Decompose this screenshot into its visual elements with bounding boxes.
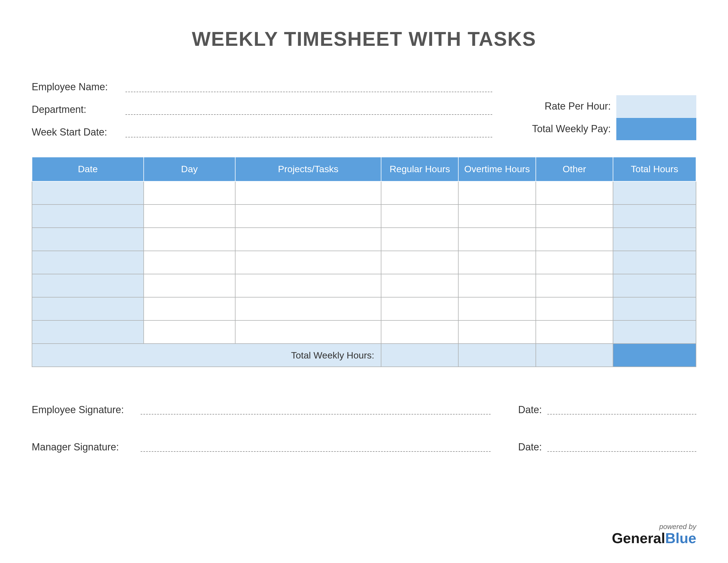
department-row: Department: — [32, 95, 492, 117]
cell-date[interactable] — [32, 204, 144, 228]
employee-signature-label: Employee Signature: — [32, 404, 141, 417]
header-other: Other — [536, 157, 613, 181]
employee-signature-date-line[interactable] — [547, 414, 696, 415]
cell-total[interactable] — [613, 181, 696, 204]
department-label: Department: — [32, 104, 125, 117]
totals-row: Total Weekly Hours: — [32, 344, 696, 367]
totals-regular — [381, 344, 458, 367]
cell-other[interactable] — [536, 321, 613, 344]
week-start-input-line[interactable] — [125, 137, 492, 137]
cell-projects[interactable] — [235, 321, 381, 344]
cell-total[interactable] — [613, 204, 696, 228]
cell-date[interactable] — [32, 251, 144, 274]
header-day: Day — [144, 157, 235, 181]
cell-date[interactable] — [32, 297, 144, 321]
rate-per-hour-input[interactable] — [616, 95, 696, 117]
cell-date[interactable] — [32, 274, 144, 297]
cell-day[interactable] — [144, 321, 235, 344]
info-section: Employee Name: Department: Week Start Da… — [32, 72, 696, 140]
cell-day[interactable] — [144, 274, 235, 297]
cell-projects[interactable] — [235, 251, 381, 274]
manager-signature-line[interactable] — [141, 451, 491, 452]
cell-overtime[interactable] — [458, 321, 536, 344]
cell-regular[interactable] — [381, 204, 458, 228]
cell-regular[interactable] — [381, 321, 458, 344]
cell-overtime[interactable] — [458, 274, 536, 297]
cell-regular[interactable] — [381, 228, 458, 251]
employee-signature-row: Employee Signature: Date: — [32, 400, 696, 417]
footer: powered by GeneralBlue — [612, 522, 696, 546]
cell-other[interactable] — [536, 297, 613, 321]
employee-signature-line[interactable] — [141, 414, 491, 415]
cell-day[interactable] — [144, 297, 235, 321]
rate-per-hour-row: Rate Per Hour: — [503, 95, 696, 117]
cell-overtime[interactable] — [458, 181, 536, 204]
total-weekly-pay-value — [616, 118, 696, 140]
page-title: WEEKLY TIMESHEET WITH TASKS — [32, 28, 696, 50]
signature-section: Employee Signature: Date: Manager Signat… — [32, 400, 696, 454]
cell-overtime[interactable] — [458, 297, 536, 321]
cell-other[interactable] — [536, 228, 613, 251]
totals-grand — [613, 344, 696, 367]
cell-day[interactable] — [144, 228, 235, 251]
table-row — [32, 274, 696, 297]
cell-overtime[interactable] — [458, 228, 536, 251]
totals-overtime — [458, 344, 536, 367]
week-start-label: Week Start Date: — [32, 126, 125, 140]
cell-day[interactable] — [144, 181, 235, 204]
totals-label: Total Weekly Hours: — [32, 344, 381, 367]
cell-total[interactable] — [613, 321, 696, 344]
manager-signature-date-line[interactable] — [547, 451, 696, 452]
department-input-line[interactable] — [125, 114, 492, 115]
employee-name-input-line[interactable] — [125, 92, 492, 92]
table-row — [32, 181, 696, 204]
brand-part2: Blue — [665, 530, 696, 546]
cell-date[interactable] — [32, 321, 144, 344]
rate-per-hour-label: Rate Per Hour: — [503, 100, 616, 112]
cell-date[interactable] — [32, 228, 144, 251]
cell-total[interactable] — [613, 297, 696, 321]
cell-day[interactable] — [144, 251, 235, 274]
header-date: Date — [32, 157, 144, 181]
header-projects: Projects/Tasks — [235, 157, 381, 181]
header-total: Total Hours — [613, 157, 696, 181]
cell-regular[interactable] — [381, 274, 458, 297]
cell-regular[interactable] — [381, 251, 458, 274]
cell-other[interactable] — [536, 181, 613, 204]
cell-other[interactable] — [536, 251, 613, 274]
cell-projects[interactable] — [235, 181, 381, 204]
brand-part1: General — [612, 530, 665, 546]
cell-regular[interactable] — [381, 181, 458, 204]
cell-projects[interactable] — [235, 204, 381, 228]
totals-other — [536, 344, 613, 367]
cell-total[interactable] — [613, 228, 696, 251]
info-left: Employee Name: Department: Week Start Da… — [32, 72, 492, 140]
cell-other[interactable] — [536, 204, 613, 228]
cell-date[interactable] — [32, 181, 144, 204]
total-weekly-pay-row: Total Weekly Pay: — [503, 117, 696, 140]
total-weekly-pay-label: Total Weekly Pay: — [503, 123, 616, 135]
cell-other[interactable] — [536, 274, 613, 297]
cell-overtime[interactable] — [458, 251, 536, 274]
week-start-row: Week Start Date: — [32, 117, 492, 140]
cell-total[interactable] — [613, 274, 696, 297]
employee-name-label: Employee Name: — [32, 81, 125, 95]
cell-overtime[interactable] — [458, 204, 536, 228]
timesheet-table: Date Day Projects/Tasks Regular Hours Ov… — [32, 157, 696, 367]
cell-day[interactable] — [144, 204, 235, 228]
table-row — [32, 228, 696, 251]
cell-projects[interactable] — [235, 297, 381, 321]
cell-regular[interactable] — [381, 297, 458, 321]
header-overtime: Overtime Hours — [458, 157, 536, 181]
manager-signature-row: Manager Signature: Date: — [32, 438, 696, 454]
manager-signature-label: Manager Signature: — [32, 441, 141, 454]
table-row — [32, 297, 696, 321]
cell-total[interactable] — [613, 251, 696, 274]
table-row — [32, 321, 696, 344]
cell-projects[interactable] — [235, 274, 381, 297]
employee-signature-date-label: Date: — [518, 404, 547, 417]
manager-signature-date-label: Date: — [518, 441, 547, 454]
info-right: Rate Per Hour: Total Weekly Pay: — [503, 72, 696, 140]
header-regular: Regular Hours — [381, 157, 458, 181]
cell-projects[interactable] — [235, 228, 381, 251]
